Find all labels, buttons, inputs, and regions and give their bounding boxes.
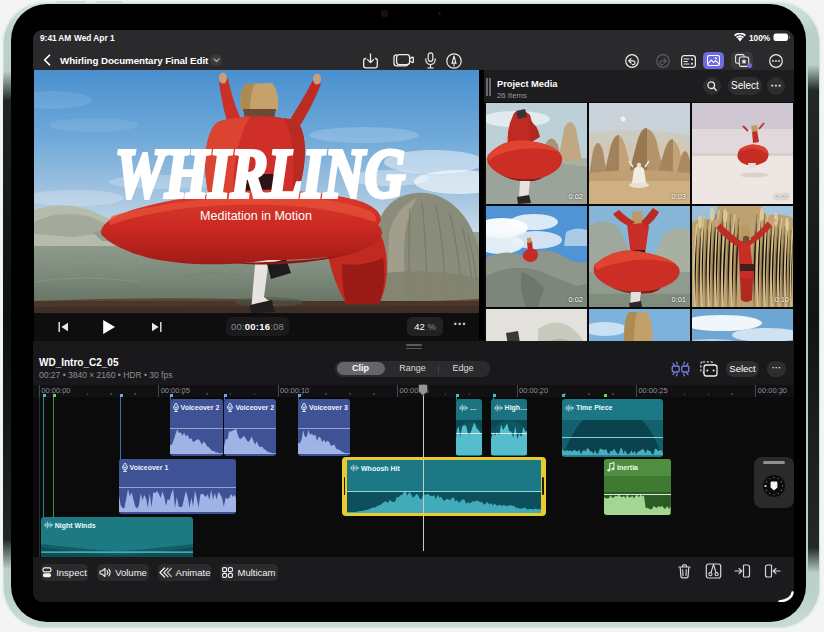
svg-text:Meditation in Motion: Meditation in Motion bbox=[200, 209, 312, 223]
svg-text:WHIRLING: WHIRLING bbox=[115, 135, 405, 212]
